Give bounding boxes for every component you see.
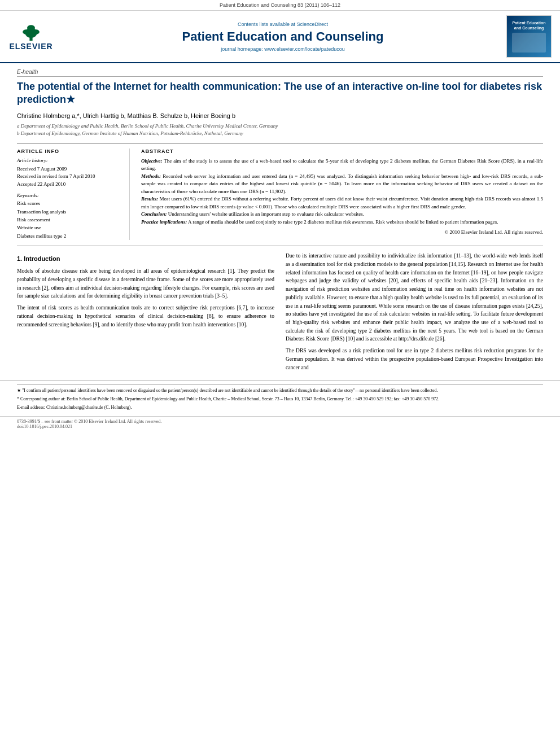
conclusion-label: Conclusion:	[141, 211, 167, 217]
footer-left: 0738-3991/$ – see front matter © 2010 El…	[17, 419, 161, 429]
article-info-col: ARTICLE INFO Article history: Received 7…	[17, 148, 130, 240]
footnote-3: E-mail address: Christine.holmberg@chari…	[17, 404, 543, 411]
svg-point-4	[27, 25, 35, 31]
article-info-title: ARTICLE INFO	[17, 148, 124, 154]
objective-label: Objective:	[141, 158, 162, 164]
intro-para-2-text: The intent of risk scores as health comm…	[17, 305, 274, 327]
sciencedirect-text: Contents lists available at ScienceDirec…	[238, 21, 328, 27]
objective-text: The aim of the study is to assess the us…	[141, 158, 543, 172]
abstract-col: ABSTRACT Objective: The aim of the study…	[141, 148, 543, 240]
article-title: The potential of the Internet for health…	[17, 80, 543, 107]
footnotes-area: ★ "I confirm all patient/personal identi…	[0, 381, 560, 416]
article-section: E-health The potential of the Internet f…	[0, 63, 560, 246]
keywords-label: Keywords:	[17, 193, 124, 198]
accepted-date: Accepted 22 April 2010	[17, 181, 124, 189]
intro-para-1-text: Models of absolute disease risk are bein…	[17, 268, 274, 299]
footnote-1-text: ★ "I confirm all patient/personal identi…	[17, 388, 438, 393]
conclusion-text: Understanding users' website utilization…	[167, 211, 365, 217]
abstract-text: Objective: The aim of the study is to as…	[141, 158, 543, 226]
keyword-2: Transaction log analysis	[17, 208, 124, 216]
keyword-5: Diabetes mellitus type 2	[17, 232, 124, 240]
footer-copyright: 0738-3991/$ – see front matter © 2010 El…	[17, 419, 161, 424]
journal-header-center: Contents lists available at ScienceDirec…	[68, 15, 498, 58]
journal-cover: Patient Education and Counseling	[504, 15, 554, 58]
history-label: Article history:	[17, 158, 124, 163]
article-authors: Christine Holmberg a,*, Ulrich Harttig b…	[17, 112, 543, 119]
keyword-3: Risk assessment	[17, 216, 124, 224]
elsevier-logo-area: ELSEVIER	[6, 15, 62, 58]
results-text: Most users (61%) entered the DRS without…	[141, 196, 543, 209]
author-affiliations: a Department of Epidemiology and Public …	[17, 123, 543, 138]
abstract-copyright: © 2010 Elsevier Ireland Ltd. All rights …	[141, 229, 543, 235]
practice-label: Practice implications:	[141, 219, 187, 225]
keyword-4: Website use	[17, 224, 124, 231]
body-col-right: Due to its interactive nature and possib…	[286, 252, 543, 375]
journal-title: Patient Education and Counseling	[182, 29, 384, 44]
footer-doi: doi:10.1016/j.pec.2010.04.021	[17, 424, 161, 429]
footnote-1: ★ "I confirm all patient/personal identi…	[17, 387, 543, 394]
methods-text: Recorded web server log information and …	[141, 173, 543, 194]
affiliation-a: a Department of Epidemiology and Public …	[17, 123, 543, 130]
right-para-2: The DRS was developed as a risk predicti…	[286, 347, 543, 372]
cover-title: Patient Education and Counseling	[509, 20, 549, 30]
methods-label: Methods:	[141, 173, 161, 179]
article-info-abstract: ARTICLE INFO Article history: Received 7…	[17, 148, 543, 240]
intro-para-1: Models of absolute disease risk are bein…	[17, 267, 274, 300]
body-content: 1. Introduction Models of absolute disea…	[0, 246, 560, 381]
journal-topbar: Patient Education and Counseling 83 (201…	[0, 0, 560, 11]
elsevier-name: ELSEVIER	[9, 42, 53, 51]
journal-homepage: journal homepage: www.elsevier.com/locat…	[221, 46, 345, 52]
footnote-2-text: * Corresponding author at: Berlin School…	[17, 396, 439, 401]
footnote-2: * Corresponding author at: Berlin School…	[17, 396, 543, 403]
topbar-text: Patient Education and Counseling 83 (201…	[220, 2, 340, 8]
elsevier-tree-icon	[17, 22, 45, 42]
right-para-1-text: Due to its interactive nature and possib…	[286, 253, 543, 342]
intro-heading: 1. Introduction	[17, 254, 274, 264]
authors-text: Christine Holmberg a,*, Ulrich Harttig b…	[17, 112, 235, 119]
right-para-1: Due to its interactive nature and possib…	[286, 252, 543, 343]
page-footer: 0738-3991/$ – see front matter © 2010 El…	[0, 416, 560, 431]
footnote-divider	[17, 385, 543, 385]
footnote-3-text: E-mail address: Christine.holmberg@chari…	[17, 405, 132, 410]
practice-text: A range of media should be used conjoint…	[187, 219, 498, 225]
divider-1	[17, 143, 543, 144]
section-label: E-health	[17, 69, 543, 77]
right-para-2-text: The DRS was developed as a risk predicti…	[286, 348, 543, 370]
results-label: Results:	[141, 196, 158, 202]
intro-para-2: The intent of risk scores as health comm…	[17, 304, 274, 329]
affiliation-b: b Department of Epidemiology, German Ins…	[17, 130, 543, 138]
journal-header: ELSEVIER Contents lists available at Sci…	[0, 11, 560, 63]
journal-cover-image: Patient Education and Counseling	[506, 15, 552, 58]
keyword-1: Risk scores	[17, 199, 124, 207]
received-revised-date: Received in revised form 7 April 2010	[17, 173, 124, 181]
elsevier-logo: ELSEVIER	[6, 20, 56, 54]
received-date: Received 7 August 2009	[17, 165, 124, 173]
abstract-title: ABSTRACT	[141, 148, 543, 154]
page-container: Patient Education and Counseling 83 (201…	[0, 0, 560, 431]
body-col-left: 1. Introduction Models of absolute disea…	[17, 252, 274, 375]
